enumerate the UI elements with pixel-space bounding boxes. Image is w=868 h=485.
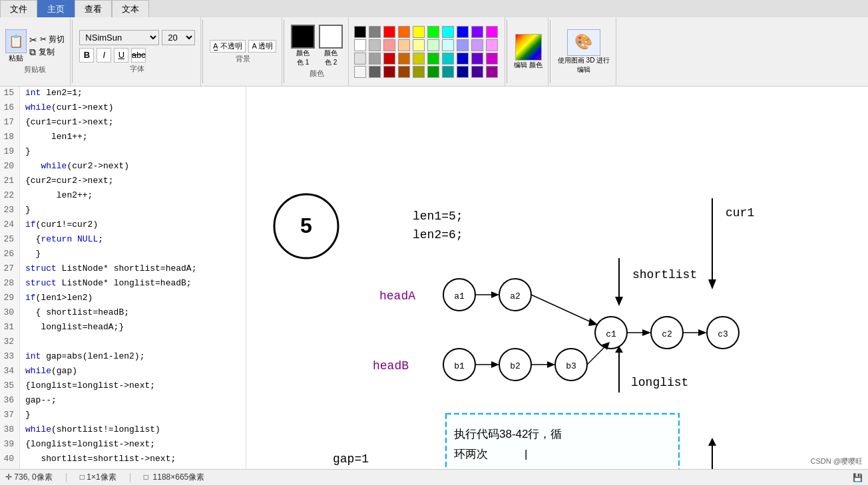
palette-color-19[interactable] <box>486 39 498 51</box>
tab-view[interactable]: 查看 <box>75 0 112 17</box>
code-line-29: 29if(len1>len2) <box>0 291 246 306</box>
palette-color-23[interactable] <box>398 53 410 65</box>
palette-color-32[interactable] <box>383 66 395 78</box>
node-c2-text: c2 <box>662 329 672 339</box>
line-number: 20 <box>0 160 20 174</box>
palette-color-4[interactable] <box>413 26 425 38</box>
cur1-arrowhead <box>708 279 716 289</box>
line-number: 29 <box>0 291 20 306</box>
save-icon[interactable]: 💾 <box>853 473 863 482</box>
palette-color-0[interactable] <box>354 26 366 38</box>
palette-color-21[interactable] <box>369 53 381 65</box>
code-panel: 15int len2=1;16while(cur1->next)17{cur1=… <box>0 86 246 469</box>
code-line-19: 19} <box>0 145 246 160</box>
arrowhead-c2-c3 <box>698 329 707 336</box>
font-label: 字体 <box>130 64 144 74</box>
line-code-text: {cur2=cur2->next; <box>20 174 114 189</box>
line-number: 18 <box>0 130 20 145</box>
text-cursor: | <box>525 448 527 460</box>
palette-color-28[interactable] <box>471 53 483 65</box>
headB-label: headB <box>373 359 409 373</box>
palette-color-11[interactable] <box>369 39 381 51</box>
bold-button[interactable]: B <box>79 48 94 63</box>
tab-home[interactable]: 主页 <box>37 0 75 17</box>
underline-button[interactable]: U <box>114 48 128 63</box>
line-code-text: } <box>20 204 31 218</box>
color1-swatch[interactable] <box>291 25 315 49</box>
tab-text[interactable]: 文本 <box>112 0 149 17</box>
palette-color-13[interactable] <box>398 39 410 51</box>
line-code-text: {return NULL; <box>20 233 103 247</box>
cut-button[interactable]: ✂ ✂ 剪切 <box>29 34 65 45</box>
len2-text: len2=6; <box>413 228 463 242</box>
line-number: 37 <box>0 408 20 423</box>
palette-color-16[interactable] <box>442 39 454 51</box>
font-size-select[interactable]: 20 <box>162 30 195 45</box>
strikethrough-button[interactable]: abc <box>131 48 146 63</box>
draw3d-icon[interactable]: 🎨 <box>567 29 600 56</box>
tab-file[interactable]: 文件 <box>0 0 37 17</box>
line-code-text: shortlist=shortlist->next; <box>20 452 176 467</box>
palette-color-20[interactable] <box>354 53 366 65</box>
line-code-text: {longlist=longlist->next; <box>20 438 155 452</box>
line-number: 17 <box>0 116 20 130</box>
palette-color-38[interactable] <box>471 66 483 78</box>
color-wheel[interactable] <box>515 34 542 61</box>
palette-color-3[interactable] <box>398 26 410 38</box>
paste-button[interactable]: 📋 粘贴 <box>5 29 27 63</box>
color2-swatch[interactable] <box>319 25 343 49</box>
opaque-button[interactable]: A̲ 不透明 <box>210 40 246 53</box>
toolbar-tabs: 文件 主页 查看 文本 <box>0 0 868 17</box>
palette-color-24[interactable] <box>413 53 425 65</box>
code-line-15: 15int len2=1; <box>0 86 246 101</box>
palette-color-9[interactable] <box>486 26 498 38</box>
status-bar: ✛ 736, 0像素 □ 1×1像素 □ 1188×665像素 💾 <box>0 469 868 485</box>
bg-group: A̲ 不透明 A 透明 背景 <box>204 17 282 86</box>
gap-label: gap=1 <box>333 452 369 466</box>
palette-color-27[interactable] <box>457 53 469 65</box>
palette-color-34[interactable] <box>413 66 425 78</box>
main-area: 15int len2=1;16while(cur1->next)17{cur1=… <box>0 86 868 469</box>
palette-color-10[interactable] <box>354 39 366 51</box>
palette-color-8[interactable] <box>471 26 483 38</box>
palette-color-29[interactable] <box>486 53 498 65</box>
palette-color-15[interactable] <box>427 39 439 51</box>
palette-color-1[interactable] <box>369 26 381 38</box>
palette-color-25[interactable] <box>427 53 439 65</box>
palette-color-2[interactable] <box>383 26 395 38</box>
palette-color-35[interactable] <box>427 66 439 78</box>
palette-color-18[interactable] <box>471 39 483 51</box>
palette-color-39[interactable] <box>486 66 498 78</box>
palette-color-30[interactable] <box>354 66 366 78</box>
palette-color-37[interactable] <box>457 66 469 78</box>
palette-color-7[interactable] <box>457 26 469 38</box>
font-select[interactable]: NSimSun <box>79 30 159 45</box>
palette-color-5[interactable] <box>427 26 439 38</box>
palette-color-31[interactable] <box>369 66 381 78</box>
canvas-panel[interactable]: 5 len1=5; len2=6; cur1 shortlist headA a… <box>246 86 868 469</box>
opaque-label: 不透明 <box>220 42 242 50</box>
cut-copy-group: ✂ ✂ 剪切 ⧉ 复制 <box>29 34 65 58</box>
palette-color-22[interactable] <box>383 53 395 65</box>
palette-color-36[interactable] <box>442 66 454 78</box>
line-code-text: if(len1>len2) <box>20 291 93 306</box>
palette-color-33[interactable] <box>398 66 410 78</box>
node-c1-text: c1 <box>606 329 616 339</box>
palette-color-12[interactable] <box>383 39 395 51</box>
divider5 <box>550 20 550 83</box>
shortlist-arrowhead <box>615 297 623 306</box>
line-code-text: len1++; <box>20 130 88 145</box>
color-label: 颜色 <box>310 69 324 79</box>
code-line-40: 40 shortlist=shortlist->next; <box>0 452 246 467</box>
line-number: 35 <box>0 379 20 394</box>
font-group: NSimSun 20 B I U abc 字体 <box>74 17 201 86</box>
code-line-21: 21{cur2=cur2->next; <box>0 174 246 189</box>
palette-color-26[interactable] <box>442 53 454 65</box>
line-code-text: {longlist=longlist->next; <box>20 379 155 394</box>
palette-color-14[interactable] <box>413 39 425 51</box>
palette-color-17[interactable] <box>457 39 469 51</box>
copy-button[interactable]: ⧉ 复制 <box>29 47 65 58</box>
italic-button[interactable]: I <box>97 48 111 63</box>
palette-color-6[interactable] <box>442 26 454 38</box>
transparent-button[interactable]: A 透明 <box>248 40 276 53</box>
